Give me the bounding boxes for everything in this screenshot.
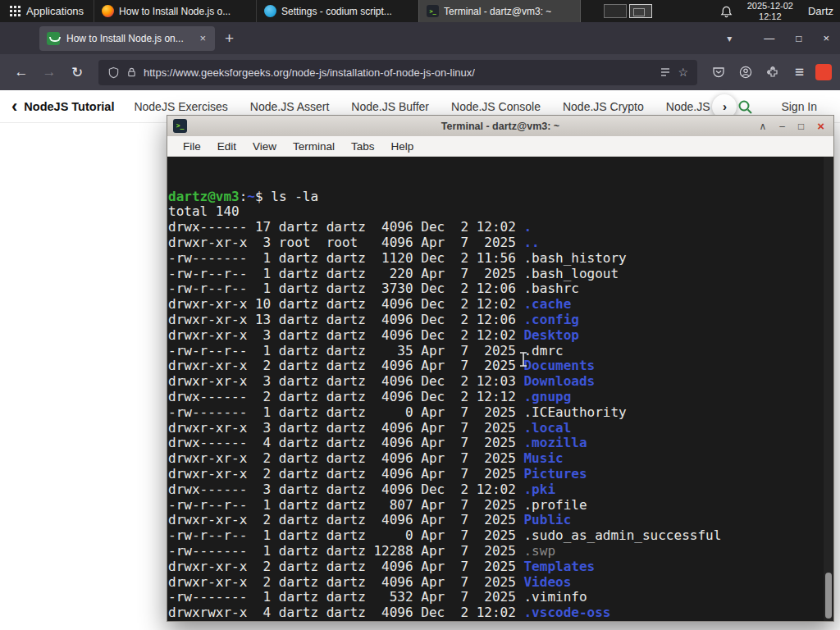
terminal-line: drwx------ 2 dartz dartz 4096 Dec 2 12:1… [168,390,833,405]
terminal-output: dartz@vm3:~$ ls -latotal 140drwx------ 1… [168,189,833,621]
url-bar[interactable]: https://www.geeksforgeeks.org/node-js/in… [98,60,697,85]
terminal-line: -rw-r--r-- 1 dartz dartz 807 Apr 7 2025 … [168,498,833,514]
tracking-shield-icon[interactable] [107,66,120,79]
terminal-icon: >_ [427,5,439,17]
account-icon [739,66,752,79]
terminal-line: -rw------- 1 dartz dartz 532 Apr 7 2025 … [168,590,833,605]
window-controls: ▾ — □ × [717,22,840,54]
taskbar-button[interactable]: Settings - codium script... [256,0,418,22]
terminal-line: total 140 [168,204,833,220]
forward-button[interactable]: → [36,59,62,85]
subheader-links: NodeJS ExercisesNode.JS AssertNode.JS Bu… [134,100,725,113]
account-button[interactable] [733,60,758,85]
terminal-line: drwx------ 3 dartz dartz 4096 Dec 2 12:0… [168,482,833,498]
taskbar-button[interactable]: How to Install Node.js o... [94,0,256,22]
nav-scroll-left-icon[interactable]: ‹ [11,98,17,116]
tab-bar: How to Install Node.js on... × + ▾ — □ × [0,22,840,54]
terminal-line: drwxr-xr-x 3 dartz dartz 4096 Dec 2 12:0… [168,328,833,344]
terminal-scrollbar[interactable] [824,157,833,621]
reader-view-icon[interactable] [660,66,671,78]
terminal-window: >_ Terminal - dartz@vm3: ~ ∧ – □ × FileE… [167,115,834,622]
workspace-1[interactable] [604,4,627,18]
terminal-line: drwxr-xr-x 13 dartz dartz 4096 Dec 2 12:… [168,313,833,328]
terminal-close-button[interactable]: × [817,119,824,133]
clock[interactable]: 2025-12-02 12:12 [747,1,793,21]
taskbar-button-label: How to Install Node.js o... [119,6,231,17]
pocket-icon [712,66,725,79]
list-all-tabs-button[interactable]: ▾ [717,33,753,44]
window-minimize-button[interactable]: — [753,32,785,44]
firefox-icon [102,5,114,17]
terminal-line: drwx------ 4 dartz dartz 4096 Apr 7 2025… [168,436,833,451]
notifications-bell-button[interactable] [720,5,733,18]
terminal-menubar: FileEditViewTerminalTabsHelp [167,136,833,157]
applications-grid-icon [10,6,21,16]
nav-link[interactable]: Node.JS Console [451,100,541,113]
clock-time: 12:12 [747,11,793,22]
user-menu[interactable]: Dartz [808,5,833,17]
nav-link[interactable]: Node.JS Buffer [351,100,429,113]
taskbar-button-label: Settings - codium script... [281,6,392,17]
bookmark-star-icon[interactable]: ☆ [678,66,688,79]
taskbar-button[interactable]: >_Terminal - dartz@vm3: ~ [418,0,581,22]
terminal-line: -rw-r--r-- 1 dartz dartz 0 Apr 7 2025 .s… [168,528,833,544]
terminal-line: drwxr-xr-x 2 dartz dartz 4096 Apr 7 2025… [168,358,833,374]
reload-button[interactable]: ↻ [64,59,90,85]
terminal-line: drwxr-xr-x 3 dartz dartz 4096 Apr 7 2025… [168,421,833,436]
sign-in-button[interactable]: Sign In [781,100,817,113]
mouse-cursor [518,352,528,370]
terminal-minimize-button[interactable]: – [779,121,785,132]
workspace-2[interactable] [629,4,652,18]
taskbar: How to Install Node.js o...Settings - co… [94,0,581,22]
menu-terminal[interactable]: Terminal [285,140,343,153]
pocket-button[interactable] [705,60,731,85]
menu-file[interactable]: File [175,140,209,153]
terminal-line: -rw------- 1 dartz dartz 12288 Apr 7 202… [168,544,833,559]
terminal-line: drwxrwxr-x 4 dartz dartz 4096 Dec 2 12:0… [168,605,833,621]
terminal-line: drwxr-xr-x 2 dartz dartz 4096 Apr 7 2025… [168,575,833,591]
lock-icon[interactable] [126,66,137,78]
menu-view[interactable]: View [244,140,285,153]
terminal-titlebar[interactable]: >_ Terminal - dartz@vm3: ~ ∧ – □ × [167,116,833,136]
terminal-window-controls: ∧ – □ × [760,119,829,133]
terminal-line: -rw------- 1 dartz dartz 0 Apr 7 2025 .I… [168,405,833,421]
terminal-app-icon: >_ [173,119,187,133]
menu-button[interactable]: ≡ [787,60,812,85]
nav-link-primary[interactable]: NodeJS Tutorial [24,100,114,113]
menu-edit[interactable]: Edit [209,140,244,153]
url-text: https://www.geeksforgeeks.org/node-js/in… [144,66,475,79]
tab-title: How to Install Node.js on... [66,33,191,44]
menu-tabs[interactable]: Tabs [343,140,383,153]
terminal-line: drwxr-xr-x 3 root root 4096 Apr 7 2025 .… [168,235,833,251]
browser-tab[interactable]: How to Install Node.js on... × [39,26,215,51]
clock-date: 2025-12-02 [747,1,793,11]
extensions-button[interactable] [760,60,785,85]
taskbar-button-label: Terminal - dartz@vm3: ~ [444,6,551,17]
terminal-maximize-button[interactable]: □ [798,121,804,132]
geeksforgeeks-favicon-icon [47,32,60,45]
nav-link[interactable]: Node.JS Assert [250,100,330,113]
new-tab-button[interactable]: + [225,30,234,46]
terminal-scrollbar-thumb[interactable] [825,573,832,619]
panel-status-area: 2025-12-02 12:12 Dartz [720,1,840,21]
window-maximize-button[interactable]: □ [785,33,812,44]
applications-menu-button[interactable]: Applications [0,0,94,22]
search-icon [737,98,753,115]
terminal-screen[interactable]: dartz@vm3:~$ ls -latotal 140drwx------ 1… [167,157,833,621]
site-search-button[interactable] [737,98,753,115]
terminal-line: drwxr-xr-x 2 dartz dartz 4096 Apr 7 2025… [168,559,833,575]
alert-indicator-icon[interactable] [815,64,832,80]
terminal-line: -rw-r--r-- 1 dartz dartz 3730 Dec 2 12:0… [168,281,833,297]
workspace-switcher[interactable] [604,4,652,18]
back-button[interactable]: ← [8,59,34,85]
applications-label: Applications [26,5,84,17]
nav-link[interactable]: NodeJS Exercises [134,100,227,113]
tab-close-icon[interactable]: × [198,32,208,44]
window-close-button[interactable]: × [812,32,840,44]
terminal-line: drwxr-xr-x 2 dartz dartz 4096 Apr 7 2025… [168,451,833,467]
nav-link[interactable]: Node.JS Crypto [563,100,644,113]
terminal-line: -rw------- 1 dartz dartz 1120 Dec 2 11:5… [168,251,833,267]
terminal-shade-button[interactable]: ∧ [760,121,767,132]
bell-icon [720,5,733,18]
menu-help[interactable]: Help [383,140,422,153]
